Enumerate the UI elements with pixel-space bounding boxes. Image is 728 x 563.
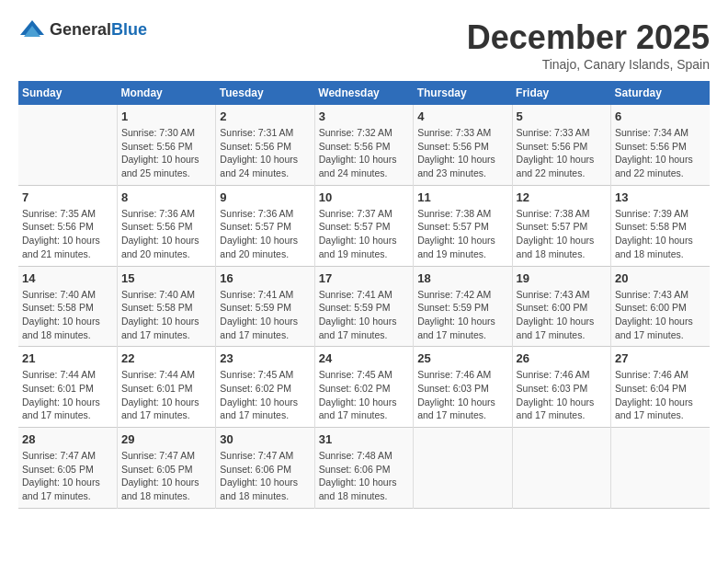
day-info: Sunrise: 7:43 AM Sunset: 6:00 PM Dayligh… <box>517 288 607 342</box>
day-number: 18 <box>417 271 507 285</box>
day-number: 14 <box>22 271 113 285</box>
day-cell: 28Sunrise: 7:47 AM Sunset: 6:05 PM Dayli… <box>18 428 117 509</box>
day-number: 22 <box>121 351 211 365</box>
day-cell: 13Sunrise: 7:39 AM Sunset: 5:58 PM Dayli… <box>611 185 710 266</box>
day-number: 4 <box>417 109 507 123</box>
day-info: Sunrise: 7:31 AM Sunset: 5:56 PM Dayligh… <box>220 126 310 180</box>
day-cell <box>414 428 512 509</box>
logo-blue: Blue <box>111 20 147 39</box>
day-info: Sunrise: 7:36 AM Sunset: 5:56 PM Dayligh… <box>121 207 211 261</box>
day-number: 29 <box>121 432 211 446</box>
day-info: Sunrise: 7:36 AM Sunset: 5:57 PM Dayligh… <box>220 207 310 261</box>
day-number: 12 <box>517 190 607 204</box>
day-number: 27 <box>615 351 706 365</box>
day-number: 9 <box>220 190 310 204</box>
day-cell: 10Sunrise: 7:37 AM Sunset: 5:57 PM Dayli… <box>314 185 413 266</box>
day-number: 11 <box>417 190 507 204</box>
calendar-table: SundayMondayTuesdayWednesdayThursdayFrid… <box>18 81 710 509</box>
day-info: Sunrise: 7:47 AM Sunset: 6:06 PM Dayligh… <box>220 449 310 503</box>
day-number: 19 <box>517 271 607 285</box>
day-info: Sunrise: 7:46 AM Sunset: 6:03 PM Dayligh… <box>517 368 607 422</box>
day-cell: 22Sunrise: 7:44 AM Sunset: 6:01 PM Dayli… <box>117 347 215 428</box>
day-info: Sunrise: 7:44 AM Sunset: 6:01 PM Dayligh… <box>22 368 113 422</box>
day-number: 31 <box>319 432 409 446</box>
day-info: Sunrise: 7:45 AM Sunset: 6:02 PM Dayligh… <box>319 368 409 422</box>
day-cell: 19Sunrise: 7:43 AM Sunset: 6:00 PM Dayli… <box>512 266 610 347</box>
day-cell: 9Sunrise: 7:36 AM Sunset: 5:57 PM Daylig… <box>216 185 314 266</box>
day-info: Sunrise: 7:47 AM Sunset: 6:05 PM Dayligh… <box>121 449 211 503</box>
week-row-3: 14Sunrise: 7:40 AM Sunset: 5:58 PM Dayli… <box>18 266 710 347</box>
day-number: 3 <box>319 109 409 123</box>
day-number: 7 <box>22 190 113 204</box>
day-cell: 24Sunrise: 7:45 AM Sunset: 6:02 PM Dayli… <box>314 347 413 428</box>
day-cell: 5Sunrise: 7:33 AM Sunset: 5:56 PM Daylig… <box>512 105 610 185</box>
day-info: Sunrise: 7:42 AM Sunset: 5:59 PM Dayligh… <box>417 288 507 342</box>
logo-general: General <box>50 20 111 39</box>
day-number: 24 <box>319 351 409 365</box>
day-info: Sunrise: 7:40 AM Sunset: 5:58 PM Dayligh… <box>22 288 113 342</box>
day-number: 26 <box>517 351 607 365</box>
day-number: 8 <box>121 190 211 204</box>
day-cell: 4Sunrise: 7:33 AM Sunset: 5:56 PM Daylig… <box>414 105 512 185</box>
day-info: Sunrise: 7:46 AM Sunset: 6:04 PM Dayligh… <box>615 368 706 422</box>
logo-icon <box>18 18 46 40</box>
header-cell-monday: Monday <box>117 81 215 105</box>
day-info: Sunrise: 7:41 AM Sunset: 5:59 PM Dayligh… <box>319 288 409 342</box>
day-info: Sunrise: 7:39 AM Sunset: 5:58 PM Dayligh… <box>615 207 706 261</box>
header-cell-wednesday: Wednesday <box>314 81 413 105</box>
month-title: December 2025 <box>467 18 710 57</box>
day-cell: 26Sunrise: 7:46 AM Sunset: 6:03 PM Dayli… <box>512 347 610 428</box>
day-cell: 1Sunrise: 7:30 AM Sunset: 5:56 PM Daylig… <box>117 105 215 185</box>
day-cell: 31Sunrise: 7:48 AM Sunset: 6:06 PM Dayli… <box>314 428 413 509</box>
logo: GeneralBlue <box>18 18 147 40</box>
day-info: Sunrise: 7:46 AM Sunset: 6:03 PM Dayligh… <box>417 368 507 422</box>
day-info: Sunrise: 7:47 AM Sunset: 6:05 PM Dayligh… <box>22 449 113 503</box>
day-cell: 27Sunrise: 7:46 AM Sunset: 6:04 PM Dayli… <box>611 347 710 428</box>
title-area: December 2025 Tinajo, Canary Islands, Sp… <box>467 18 710 72</box>
day-number: 25 <box>417 351 507 365</box>
day-cell: 23Sunrise: 7:45 AM Sunset: 6:02 PM Dayli… <box>216 347 314 428</box>
day-number: 17 <box>319 271 409 285</box>
day-number: 2 <box>220 109 310 123</box>
day-cell: 11Sunrise: 7:38 AM Sunset: 5:57 PM Dayli… <box>414 185 512 266</box>
day-number: 5 <box>517 109 607 123</box>
day-cell: 7Sunrise: 7:35 AM Sunset: 5:56 PM Daylig… <box>18 185 117 266</box>
day-cell: 3Sunrise: 7:32 AM Sunset: 5:56 PM Daylig… <box>314 105 413 185</box>
day-info: Sunrise: 7:48 AM Sunset: 6:06 PM Dayligh… <box>319 449 409 503</box>
day-info: Sunrise: 7:41 AM Sunset: 5:59 PM Dayligh… <box>220 288 310 342</box>
day-number: 15 <box>121 271 211 285</box>
day-cell: 20Sunrise: 7:43 AM Sunset: 6:00 PM Dayli… <box>611 266 710 347</box>
day-cell <box>512 428 610 509</box>
day-cell: 16Sunrise: 7:41 AM Sunset: 5:59 PM Dayli… <box>216 266 314 347</box>
day-cell: 25Sunrise: 7:46 AM Sunset: 6:03 PM Dayli… <box>414 347 512 428</box>
day-number: 21 <box>22 351 113 365</box>
day-info: Sunrise: 7:40 AM Sunset: 5:58 PM Dayligh… <box>121 288 211 342</box>
day-cell: 21Sunrise: 7:44 AM Sunset: 6:01 PM Dayli… <box>18 347 117 428</box>
day-info: Sunrise: 7:37 AM Sunset: 5:57 PM Dayligh… <box>319 207 409 261</box>
day-cell: 2Sunrise: 7:31 AM Sunset: 5:56 PM Daylig… <box>216 105 314 185</box>
day-info: Sunrise: 7:38 AM Sunset: 5:57 PM Dayligh… <box>417 207 507 261</box>
day-number: 28 <box>22 432 113 446</box>
day-cell: 30Sunrise: 7:47 AM Sunset: 6:06 PM Dayli… <box>216 428 314 509</box>
day-cell: 29Sunrise: 7:47 AM Sunset: 6:05 PM Dayli… <box>117 428 215 509</box>
day-info: Sunrise: 7:44 AM Sunset: 6:01 PM Dayligh… <box>121 368 211 422</box>
subtitle: Tinajo, Canary Islands, Spain <box>467 57 710 72</box>
day-number: 13 <box>615 190 706 204</box>
header-cell-friday: Friday <box>512 81 610 105</box>
header-cell-saturday: Saturday <box>611 81 710 105</box>
header: GeneralBlue December 2025 Tinajo, Canary… <box>18 18 710 72</box>
day-info: Sunrise: 7:30 AM Sunset: 5:56 PM Dayligh… <box>121 126 211 180</box>
day-cell <box>611 428 710 509</box>
day-number: 1 <box>121 109 211 123</box>
day-cell: 15Sunrise: 7:40 AM Sunset: 5:58 PM Dayli… <box>117 266 215 347</box>
day-number: 30 <box>220 432 310 446</box>
day-cell: 17Sunrise: 7:41 AM Sunset: 5:59 PM Dayli… <box>314 266 413 347</box>
day-number: 6 <box>615 109 706 123</box>
day-info: Sunrise: 7:33 AM Sunset: 5:56 PM Dayligh… <box>417 126 507 180</box>
day-cell <box>18 105 117 185</box>
day-info: Sunrise: 7:45 AM Sunset: 6:02 PM Dayligh… <box>220 368 310 422</box>
day-number: 16 <box>220 271 310 285</box>
day-number: 20 <box>615 271 706 285</box>
day-number: 10 <box>319 190 409 204</box>
header-row: SundayMondayTuesdayWednesdayThursdayFrid… <box>18 81 710 105</box>
